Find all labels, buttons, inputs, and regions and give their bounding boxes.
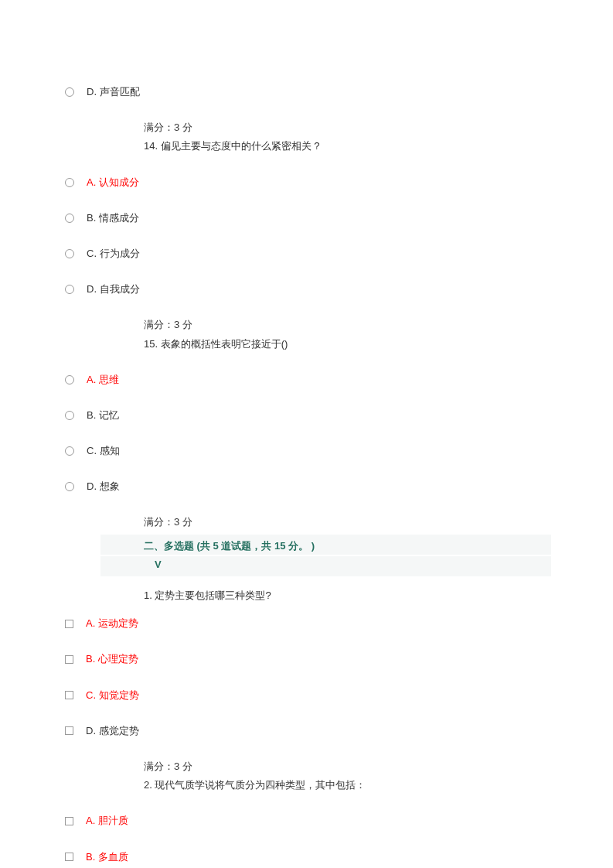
option-label: C. 知觉定势 (86, 689, 139, 702)
option-label: C. 感知 (87, 444, 120, 458)
score-label: 满分：3 分 (144, 760, 551, 774)
option-text: 认知成分 (99, 176, 139, 188)
option-letter: D. (86, 725, 96, 736)
option-text: 知觉定势 (99, 689, 139, 701)
question-text: 表象的概括性表明它接近于() (161, 338, 288, 350)
m1-option-b: B. 心理定势 (62, 652, 551, 666)
radio-icon[interactable] (65, 411, 74, 420)
option-letter: C. (86, 689, 96, 701)
question-15: 15. 表象的概括性表明它接近于() (144, 337, 551, 351)
option-text: 情感成分 (99, 212, 139, 224)
option-text: 感觉定势 (99, 725, 139, 736)
section-suffix: 分。 ) (286, 540, 315, 552)
section-mid: 道试题，共 (219, 540, 274, 552)
score-label: 满分：3 分 (144, 515, 551, 529)
option-letter: B. (86, 851, 95, 863)
option-text: 胆汁质 (98, 815, 128, 826)
option-letter: B. (86, 653, 95, 665)
option-letter: C. (87, 248, 97, 259)
question-text: 现代气质学说将气质分为四种类型，其中包括： (155, 779, 366, 791)
option-label: B. 心理定势 (86, 652, 138, 666)
q14-option-b: B. 情感成分 (62, 211, 551, 225)
m1-option-d: D. 感觉定势 (62, 724, 551, 738)
section-v: V (100, 556, 551, 576)
multi-question-1: 1. 定势主要包括哪三种类型? (144, 589, 551, 603)
q15-option-b: B. 记忆 (62, 408, 551, 422)
option-letter: B. (87, 409, 96, 421)
section-points: 15 (274, 540, 285, 552)
radio-icon[interactable] (65, 285, 74, 294)
option-letter: D. (87, 480, 97, 492)
q15-option-a: A. 思维 (62, 373, 551, 387)
option-letter: B. (87, 212, 96, 224)
option-label: D. 感觉定势 (86, 724, 139, 738)
question-number: 15. (144, 338, 158, 350)
radio-icon[interactable] (65, 214, 74, 223)
option-label: B. 情感成分 (87, 211, 139, 225)
option-label: A. 胆汁质 (86, 814, 128, 828)
question-text: 定势主要包括哪三种类型? (155, 589, 271, 601)
checkbox-icon[interactable] (65, 620, 73, 628)
radio-icon[interactable] (65, 446, 74, 456)
option-label: D. 想象 (87, 480, 120, 494)
m1-option-c: C. 知觉定势 (62, 689, 551, 702)
option-text: 多血质 (98, 851, 128, 863)
option-text: 思维 (99, 374, 119, 385)
question-14: 14. 偏见主要与态度中的什么紧密相关 ? (144, 139, 551, 153)
q13-option-d: D. 声音匹配 (62, 85, 551, 99)
m1-option-a: A. 运动定势 (62, 617, 551, 630)
option-text: 想象 (100, 480, 120, 492)
checkbox-icon[interactable] (65, 691, 73, 699)
option-letter: A. (87, 176, 96, 188)
radio-icon[interactable] (65, 375, 74, 384)
checkbox-icon[interactable] (65, 655, 73, 664)
radio-icon[interactable] (65, 178, 74, 187)
radio-icon[interactable] (65, 482, 74, 491)
score-label: 满分：3 分 (144, 121, 551, 135)
checkbox-icon[interactable] (65, 853, 73, 861)
option-text: 心理定势 (98, 653, 138, 665)
multi-question-2: 2. 现代气质学说将气质分为四种类型，其中包括： (144, 778, 551, 792)
option-letter: A. (86, 617, 95, 629)
question-number: 14. (144, 140, 158, 152)
q14-option-d: D. 自我成分 (62, 282, 551, 296)
section-count: 5 (213, 540, 219, 552)
q14-option-c: C. 行为成分 (62, 247, 551, 261)
option-letter: D. (87, 86, 97, 97)
score-label: 满分：3 分 (144, 318, 551, 332)
checkbox-icon[interactable] (65, 726, 73, 735)
option-text: 感知 (100, 445, 120, 456)
option-label: D. 声音匹配 (87, 85, 140, 99)
option-letter: D. (87, 283, 97, 295)
q14-option-a: A. 认知成分 (62, 176, 551, 190)
option-label: B. 记忆 (87, 408, 119, 422)
option-letter: A. (87, 374, 96, 385)
question-text: 偏见主要与态度中的什么紧密相关 ? (161, 140, 320, 152)
m2-option-b: B. 多血质 (62, 850, 551, 864)
option-label: C. 行为成分 (87, 247, 140, 261)
section-2-header: 二、多选题 (共 5 道试题，共 15 分。 ) (100, 535, 551, 555)
option-text: 运动定势 (98, 617, 138, 629)
m2-option-a: A. 胆汁质 (62, 814, 551, 828)
option-label: A. 运动定势 (86, 617, 138, 630)
section-title-pre: 二、多选题 (共 (144, 540, 213, 552)
question-number: 2. (144, 779, 152, 791)
radio-icon[interactable] (65, 87, 74, 97)
question-number: 1. (144, 589, 152, 601)
option-text: 记忆 (99, 409, 119, 421)
option-letter: C. (87, 445, 97, 456)
option-label: D. 自我成分 (87, 282, 140, 296)
option-label: A. 思维 (87, 373, 119, 387)
section-2-header-wrap: 二、多选题 (共 5 道试题，共 15 分。 ) V (62, 535, 551, 576)
option-text: 自我成分 (100, 283, 140, 295)
checkbox-icon[interactable] (65, 817, 73, 825)
option-label: B. 多血质 (86, 850, 128, 864)
radio-icon[interactable] (65, 249, 74, 258)
option-label: A. 认知成分 (87, 176, 139, 190)
option-text: 行为成分 (100, 248, 140, 259)
q15-option-d: D. 想象 (62, 480, 551, 494)
option-letter: A. (86, 815, 95, 826)
option-text: 声音匹配 (100, 86, 140, 97)
q15-option-c: C. 感知 (62, 444, 551, 458)
